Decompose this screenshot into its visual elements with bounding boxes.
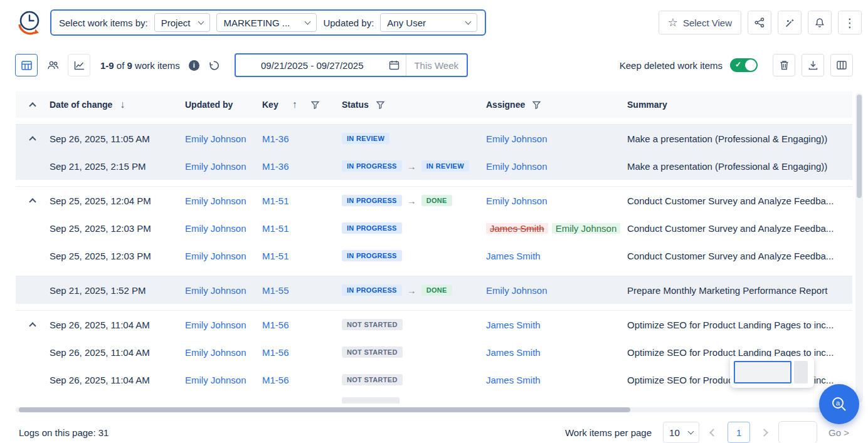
chevron-cell — [16, 321, 50, 328]
page-jump-input[interactable] — [778, 421, 817, 443]
assignee-cell: Emily Johnson — [486, 161, 627, 172]
work-item-key-link[interactable]: M1-51 — [262, 195, 342, 206]
table-row[interactable]: Sep 25, 2025, 12:03 PMEmily JohnsonM1-51… — [16, 214, 852, 242]
filter-funnel-icon[interactable] — [532, 101, 541, 109]
go-to-page-button[interactable]: Go > — [828, 427, 849, 438]
notifications-button[interactable] — [808, 11, 832, 34]
status-cell: IN REVIEW — [342, 133, 486, 144]
share-button[interactable] — [748, 11, 771, 34]
pagination: Work items per page 10 1 Go > — [565, 421, 849, 443]
date-of-change-cell: Sep 21, 2025, 1:52 PM — [50, 285, 185, 296]
search-assistant-fab[interactable]: a — [819, 384, 859, 424]
collapse-group-chevron-icon[interactable] — [29, 136, 36, 142]
horizontal-scrollbar[interactable] — [16, 407, 852, 412]
assignee-link[interactable]: James Smith — [486, 347, 541, 358]
people-view-button[interactable] — [41, 54, 64, 76]
updated-by-link[interactable]: Emily Johnson — [185, 347, 262, 358]
export-button[interactable] — [802, 54, 824, 76]
updated-by-link[interactable]: Emily Johnson — [185, 285, 262, 296]
updated-by-link[interactable]: Emily Johnson — [185, 223, 262, 234]
info-icon[interactable]: i — [189, 60, 199, 71]
per-page-select[interactable]: 10 — [663, 422, 699, 443]
table-row[interactable]: Sep 26, 2025, 11:04 AMEmily JohnsonM1-56… — [16, 338, 852, 366]
refresh-icon — [208, 60, 220, 71]
row-group: Sep 26, 2025, 11:05 AMEmily JohnsonM1-36… — [16, 124, 852, 180]
assignee-link[interactable]: Emily Johnson — [486, 285, 548, 296]
table-view-button[interactable] — [15, 54, 38, 76]
mini-overlay-focused-box[interactable] — [734, 361, 791, 383]
filter-funnel-icon[interactable] — [311, 101, 319, 109]
work-item-key-link[interactable]: M1-36 — [262, 161, 342, 172]
status-badge: DONE — [421, 195, 452, 206]
calendar-icon[interactable] — [389, 60, 400, 70]
assignee-link[interactable]: James Smith — [486, 375, 541, 385]
collapse-all-chevron-icon[interactable] — [29, 102, 36, 109]
collapse-group-chevron-icon[interactable] — [29, 322, 36, 328]
work-item-key-link[interactable]: M1-56 — [262, 320, 342, 330]
sort-asc-icon[interactable]: ↑ — [292, 99, 297, 110]
table-row[interactable]: Sep 25, 2025, 12:03 PMEmily JohnsonM1-51… — [16, 242, 852, 269]
assignee-link[interactable]: Emily Johnson — [486, 133, 548, 144]
updated-by-link[interactable]: Emily Johnson — [185, 133, 262, 144]
updated-by-link[interactable]: Emily Johnson — [185, 195, 262, 206]
refresh-button[interactable] — [208, 60, 220, 71]
project-select[interactable]: MARKETING ... — [216, 13, 317, 32]
horizontal-scrollbar-thumb[interactable] — [19, 407, 630, 412]
more-menu-button[interactable]: ⋮ — [838, 11, 862, 34]
date-of-change-cell: Sep 21, 2025, 2:15 PM — [50, 161, 185, 172]
table-row[interactable]: Sep 26, 2025, 11:05 AMEmily JohnsonM1-36… — [16, 125, 852, 152]
work-item-key-link[interactable]: M1-56 — [262, 375, 342, 385]
date-of-change-cell: Sep 25, 2025, 12:03 PM — [50, 223, 185, 234]
work-item-key-link[interactable]: M1-51 — [262, 223, 342, 234]
work-item-key-link[interactable]: M1-56 — [262, 347, 342, 358]
sort-desc-icon[interactable]: ↓ — [120, 99, 125, 110]
updated-by-select[interactable]: Any User — [380, 13, 477, 32]
logs-count-text: Logs on this page: 31 — [19, 427, 109, 438]
download-icon — [808, 60, 818, 70]
table-row[interactable]: Sep 21, 2025, 1:52 PMEmily JohnsonM1-55I… — [16, 276, 852, 304]
keep-deleted-toggle[interactable]: ✓ — [730, 58, 758, 72]
date-range-value[interactable]: 09/21/2025 - 09/27/2025 — [236, 60, 389, 71]
updated-by-link[interactable]: Emily Johnson — [185, 320, 262, 330]
work-item-key-link[interactable]: M1-51 — [262, 251, 342, 261]
date-preset-label[interactable]: This Week — [406, 60, 467, 71]
assignee-cell: Emily Johnson — [486, 285, 627, 296]
table-row[interactable]: Sep 26, 2025, 11:04 AMEmily JohnsonM1-56… — [16, 311, 852, 338]
column-label: Summary — [627, 100, 667, 110]
filter-by-select[interactable]: Project — [154, 13, 211, 32]
assignee-link[interactable]: James Smith — [486, 320, 541, 330]
assignee-link[interactable]: Emily Johnson — [486, 195, 548, 206]
next-page-icon[interactable] — [760, 429, 768, 437]
status-badge: NOT STARTED — [342, 374, 403, 385]
column-header-updated-by: Updated by — [185, 100, 262, 110]
vertical-scrollbar[interactable] — [855, 93, 863, 403]
status-badge: IN PROGRESS — [342, 222, 402, 234]
chart-view-button[interactable] — [68, 54, 90, 76]
status-badge: NOT STARTED — [342, 347, 403, 358]
collapse-group-chevron-icon[interactable] — [29, 198, 36, 204]
work-item-key-link[interactable]: M1-55 — [262, 285, 342, 296]
updated-by-link[interactable]: Emily Johnson — [185, 375, 262, 385]
assignee-cell: Emily Johnson — [486, 195, 627, 206]
vertical-scrollbar-thumb[interactable] — [857, 95, 862, 198]
select-view-button[interactable]: ☆ Select View — [659, 11, 741, 34]
table-row[interactable]: Sep 21, 2025, 2:15 PMEmily JohnsonM1-36I… — [16, 152, 852, 180]
assignee-link[interactable]: James Smith — [486, 251, 541, 261]
current-page-button[interactable]: 1 — [728, 422, 750, 443]
work-item-key-link[interactable]: M1-36 — [262, 133, 342, 144]
columns-button[interactable] — [830, 54, 853, 76]
updated-by-link[interactable]: Emily Johnson — [185, 161, 262, 172]
updated-by-link[interactable]: Emily Johnson — [185, 251, 262, 261]
status-cell: IN PROGRESS — [342, 250, 486, 261]
filter-funnel-icon[interactable] — [376, 101, 384, 109]
row-group: Sep 26, 2025, 11:04 AMEmily JohnsonM1-56… — [16, 310, 852, 393]
table-row[interactable]: Sep 26, 2025, 11:04 AMEmily JohnsonM1-56… — [16, 366, 852, 393]
magic-wand-button[interactable] — [778, 11, 802, 34]
status-badge: NOT STARTED — [342, 319, 403, 330]
previous-page-icon[interactable] — [709, 429, 717, 437]
filter-by-value: Project — [161, 18, 191, 28]
assignee-link[interactable]: Emily Johnson — [486, 161, 548, 172]
table-row[interactable]: Sep 25, 2025, 12:04 PMEmily JohnsonM1-51… — [16, 187, 852, 214]
assignee-removed: James Smith — [486, 223, 548, 234]
delete-button[interactable] — [773, 54, 795, 76]
